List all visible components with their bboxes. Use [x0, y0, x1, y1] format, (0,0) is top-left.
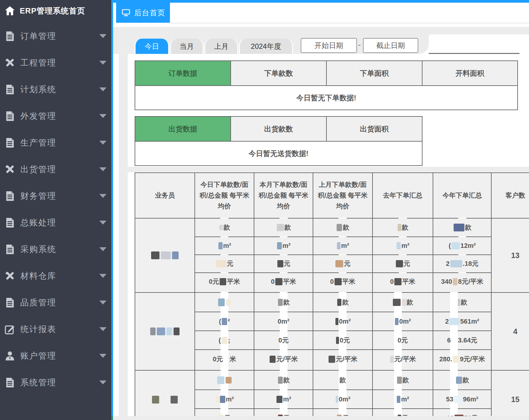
cell-value-fragment: 款: [339, 376, 346, 385]
cell-value-fragment: ²: [228, 318, 230, 325]
sidebar-item-11[interactable]: 统计报表: [0, 316, 111, 342]
tools-icon: [4, 57, 16, 69]
cell-value-fragment: 款: [224, 223, 230, 232]
chevron-down-icon: [99, 114, 107, 118]
tab-backend-home[interactable]: 后台首页: [116, 3, 170, 23]
redaction-block: [398, 224, 401, 231]
cell-value-fragment: 340: [441, 278, 452, 286]
sidebar-item-label: 工程管理: [20, 57, 56, 69]
redaction-block: [390, 356, 394, 363]
redaction-block: [335, 278, 342, 285]
redaction-gap: [160, 399, 170, 400]
redaction-block: [337, 299, 341, 306]
redaction-block: [172, 251, 179, 259]
ship-tabs-tab-2[interactable]: 出货面积: [327, 117, 422, 142]
value-subcell: 元: [254, 254, 313, 272]
sidebar-item-4[interactable]: 生产管理: [0, 129, 111, 156]
order-tabs-tab-1[interactable]: 下单款数: [231, 61, 327, 86]
sidebar-item-7[interactable]: 总账处理: [0, 209, 111, 236]
sidebar-item-5[interactable]: 出货管理: [0, 156, 111, 183]
order-tabs-tab-2[interactable]: 下单面积: [327, 61, 422, 86]
cell-value-fragment: 0m²: [399, 318, 411, 325]
cell-value-fragment: 2: [446, 260, 449, 268]
redaction-block: [452, 242, 460, 249]
value-subcell: 63.64元: [433, 330, 491, 349]
sidebar-item-label: 出货管理: [20, 164, 56, 175]
sidebar-item-8[interactable]: 采购系统: [0, 236, 111, 263]
customer-count: 15: [491, 371, 529, 420]
section-divider-band: [119, 167, 529, 172]
value-cell: 款2561m²63.64元280.9元/平米: [433, 293, 491, 370]
sidebar-item-3[interactable]: 外发管理: [0, 103, 111, 129]
redaction-block: [276, 396, 282, 403]
redaction-block: [217, 376, 224, 384]
redaction-block: [277, 242, 282, 249]
cell-value-fragment: 6: [447, 336, 451, 344]
filter-tab-2[interactable]: 上月: [204, 39, 238, 54]
sidebar-item-label: 订单管理: [20, 31, 56, 42]
sidebar-home[interactable]: ERP管理系统首页: [0, 0, 111, 19]
value-cell: 款0m²0元元/平米: [372, 293, 433, 370]
redaction-block: [152, 396, 159, 404]
sidebar-item-12[interactable]: 账户管理: [0, 342, 111, 369]
sidebar-item-0[interactable]: 订单管理: [0, 23, 111, 49]
redaction-block: [222, 318, 227, 325]
sidebar-item-9[interactable]: 材料仓库: [0, 263, 111, 289]
file-icon: [4, 244, 16, 255]
ship-tabs-tab-0[interactable]: 出货数据: [135, 117, 231, 142]
value-cell: 款m²元0平米: [254, 219, 313, 292]
redaction-block: [397, 377, 402, 384]
chevron-down-icon: [99, 61, 107, 65]
table-row: 款m²元0元平米款m²元0平米款m²元0平米款m²元0平米款(12m²2.18元…: [135, 218, 529, 292]
value-subcell: 款: [254, 219, 313, 236]
sidebar-item-1[interactable]: 工程管理: [0, 49, 111, 76]
redaction-block: [453, 278, 457, 285]
filter-tab-0[interactable]: 今日: [135, 39, 169, 54]
end-date-input[interactable]: [363, 38, 418, 53]
sidebar-item-label: 材料仓库: [20, 270, 56, 282]
value-subcell: 款: [195, 219, 253, 236]
sidebar-item-6[interactable]: 财务管理: [0, 183, 111, 209]
sidebar-item-13[interactable]: 系统管理: [0, 369, 111, 396]
value-subcell: 2.18元: [433, 254, 491, 272]
cell-value-fragment: (: [219, 318, 221, 325]
redaction-block: [226, 377, 232, 383]
order-tabs-tab-3[interactable]: 开料面积: [422, 61, 517, 86]
cell-value-fragment: m²: [401, 242, 409, 250]
file-icon: [4, 84, 16, 95]
value-cell: 款m²元: [372, 371, 433, 420]
shipping-data-section: 出货数据出货款数出货面积 今日暂无送货数据!: [135, 116, 422, 166]
cell-value-fragment: 款: [283, 298, 290, 307]
redaction-block: [449, 318, 460, 325]
table-header-row: 业务员今日下单款数/面积/总金额 每平米均价本月下单款数/面积/总金额 每平米均…: [135, 173, 529, 218]
cell-value-fragment: 0元: [278, 336, 288, 345]
horizontal-scroll-track[interactable]: [113, 416, 529, 420]
cell-value-fragment: 96m²: [463, 395, 478, 403]
redaction-block: [394, 278, 402, 285]
filter-tab-1[interactable]: 当月: [170, 39, 203, 54]
start-date-input[interactable]: [301, 38, 357, 53]
redaction-block: [216, 260, 226, 267]
ship-tabs-tab-1[interactable]: 出货款数: [231, 117, 327, 142]
column-header-4: 去年下单汇总: [372, 173, 433, 218]
table-row: m²元款m²元款0m²元款m²元款5396m²1250元15: [135, 370, 529, 420]
value-cell: 款m²元0平米: [372, 219, 433, 292]
redaction-block: [450, 260, 462, 267]
salesperson-name-redacted: [135, 293, 194, 370]
edit-icon: [4, 324, 16, 335]
order-tabs-tab-0[interactable]: 订单数据: [135, 61, 231, 86]
value-subcell: 280.9元/平米: [433, 349, 491, 368]
column-header-6: 客户数: [491, 173, 529, 218]
value-subcell: m²: [254, 236, 313, 254]
sidebar-item-2[interactable]: 计划系统: [0, 76, 111, 103]
value-cell: 款m²元0元平米: [194, 219, 253, 292]
filter-tab-3[interactable]: 2024年度: [239, 39, 293, 54]
cell-value-fragment: 元: [227, 259, 233, 268]
sidebar-item-10[interactable]: 品质管理: [0, 289, 111, 316]
cell-value-fragment: m²: [223, 242, 231, 250]
redaction-block: [161, 251, 171, 259]
cell-value-fragment: 款: [402, 376, 409, 385]
redaction-block: [402, 299, 406, 306]
chevron-down-icon: [99, 87, 107, 91]
sidebar-item-label: 财务管理: [20, 190, 56, 202]
